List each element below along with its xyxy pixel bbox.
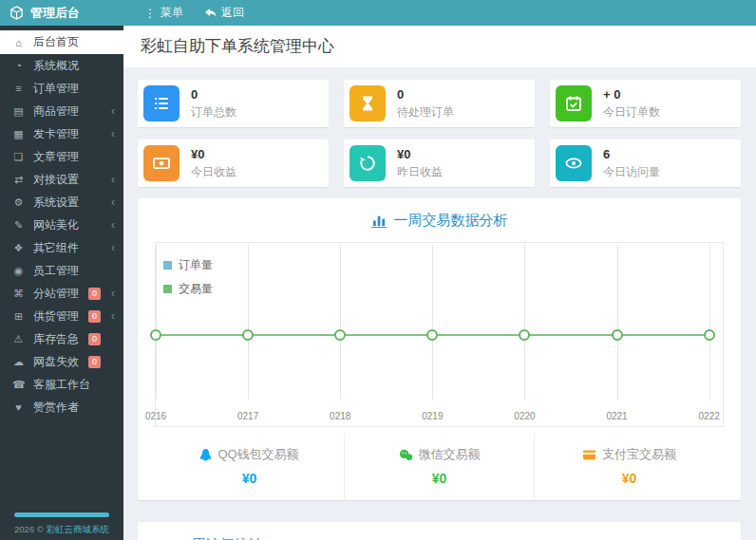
sidebar-item-orders[interactable]: ≡订单管理 [0,77,123,100]
goods-icon: ▤ [12,105,25,118]
doc-icon: ❏ [12,151,25,163]
sidebar-item-site-beautify[interactable]: ✎网站美化‹ [0,214,123,236]
stat-label: 今日访问量 [603,164,660,180]
stat-card-yesterday-income: ¥0 昨日收益 [344,140,535,187]
stat-label: 昨日收益 [397,164,443,180]
calendar-check-icon [556,85,592,121]
data-point-marker [704,329,715,341]
stat-value: ¥0 [397,147,443,161]
legend-item-orders: 订单量 [163,257,213,273]
phone-icon: ☎ [12,379,25,391]
footer-progress-bar [14,512,109,517]
x-tick-label: 0216 [145,411,166,421]
back-button-label: 返回 [221,5,244,21]
home-icon: ⌂ [12,37,25,48]
user-icon: ◉ [12,265,25,277]
stat-value: 6 [603,147,660,161]
alipay-card-icon [582,449,596,461]
stat-label: 今日订单数 [603,104,660,121]
gear-icon: ⚙ [12,196,25,209]
sidebar-item-stock-alert[interactable]: ⚠库存告急0 [0,327,123,350]
data-point-marker [519,329,530,341]
sidebar: ⌂后台首页◔系统概况≡订单管理▤商品管理‹▦发卡管理‹❏文章管理⇄对接设置‹⚙系… [0,26,123,540]
sidebar-item-other-components[interactable]: ❖其它组件‹ [0,236,123,259]
stat-card-pending-orders: 0 待处理订单 [344,80,535,127]
list-icon: ≡ [12,83,25,94]
sitemap-icon: ⌘ [12,288,25,300]
heart-icon: ♥ [12,401,25,413]
brand-logo[interactable]: 管理后台 [0,5,133,22]
sidebar-item-suppliers[interactable]: ⊞供货管理0‹ [0,305,123,327]
legend-swatch-trades [163,285,172,293]
qq-icon [199,448,212,462]
sidebar-menu: ⌂后台首页◔系统概况≡订单管理▤商品管理‹▦发卡管理‹❏文章管理⇄对接设置‹⚙系… [0,26,123,419]
history-icon [350,145,386,181]
count-badge: 0 [88,310,101,323]
cube-icon [9,6,24,20]
count-badge: 0 [88,333,101,345]
sidebar-item-card-issue[interactable]: ▦发卡管理‹ [0,122,123,145]
chart-legend: 订单量 交易量 [163,257,213,305]
menu-button[interactable]: ⋮ 菜单 [144,5,183,21]
sidebar-item-integration[interactable]: ⇄对接设置‹ [0,168,123,191]
x-tick-label: 0217 [237,411,258,421]
bar-chart-icon [371,214,387,228]
sidebar-item-substations[interactable]: ⌘分站管理0‹ [0,282,123,305]
stat-label: 待处理订单 [397,104,454,121]
alipay-value: ¥0 [535,471,724,486]
order-list-icon [143,85,180,121]
x-tick-label: 0218 [330,411,350,421]
cloud-icon: ☁ [12,356,25,368]
brand-title: 管理后台 [30,5,80,22]
stat-value: 0 [397,87,454,102]
sidebar-footer: 2026 © 彩虹云商城系统 [0,512,123,536]
stat-value: ¥0 [191,147,236,161]
chevron-left-icon: ‹ [111,104,115,118]
alert-icon: ⚠ [12,333,25,345]
sidebar-item-products[interactable]: ▤商品管理‹ [0,100,123,122]
x-tick-label: 0221 [606,411,627,421]
sidebar-item-netdisk-invalid[interactable]: ☁网盘失效0 [0,350,123,373]
chevron-left-icon: ‹ [111,196,115,209]
swap-icon: ⇄ [12,174,25,186]
pencil-icon: ✎ [12,219,25,232]
stat-card-today-orders: + 0 今日订单数 [550,80,741,127]
footer-brand-link[interactable]: 彩虹云商城系统 [46,524,109,534]
count-badge: 0 [88,288,101,300]
legend-swatch-orders [163,261,172,270]
stat-label: 订单总数 [191,104,236,121]
back-arrow-icon [204,8,217,18]
data-point-marker [334,329,346,341]
grid-icon: ▦ [12,128,25,140]
stat-card-today-visits: 6 今日访问量 [550,140,741,187]
weekly-trade-title: 一周交易数据分析 [155,212,724,230]
back-button[interactable]: 返回 [204,5,244,21]
sidebar-item-system-settings[interactable]: ⚙系统设置‹ [0,191,123,214]
banknote-icon [143,145,180,181]
menu-dots-icon: ⋮ [144,8,156,19]
gridline [617,245,618,400]
gridline [340,245,341,400]
stat-label: 今日收益 [191,164,236,180]
sidebar-item-overview[interactable]: ◔系统概况 [0,54,123,77]
main-area: 彩虹自助下单系统管理中心 0 订单总数 0 待处理订单 [123,26,756,540]
data-point-marker [612,329,623,341]
x-tick-label: 0219 [422,411,443,421]
wechat-icon [399,449,413,461]
page-title: 彩虹自助下单系统管理中心 [141,35,739,57]
sidebar-item-articles[interactable]: ❏文章管理 [0,145,123,168]
sidebar-item-support-desk[interactable]: ☎客服工作台 [0,373,123,396]
trade-chart: 订单量 交易量 0216021702180219022002210222 [155,242,724,427]
sidebar-item-home[interactable]: ⌂后台首页 [0,30,123,54]
menu-button-label: 菜单 [161,5,183,21]
qq-wallet-total: QQ钱包交易额 ¥0 [155,434,344,500]
data-point-marker [150,329,161,341]
count-badge: 0 [88,356,101,368]
data-point-marker [242,329,254,341]
sidebar-item-donate[interactable]: ♥赞赏作者 [0,396,123,419]
x-tick-label: 0222 [699,411,720,421]
sidebar-item-staff[interactable]: ◉员工管理 [0,259,123,282]
chevron-left-icon: ‹ [111,309,115,323]
supply-icon: ⊞ [12,310,25,323]
stat-value: + 0 [603,87,660,102]
